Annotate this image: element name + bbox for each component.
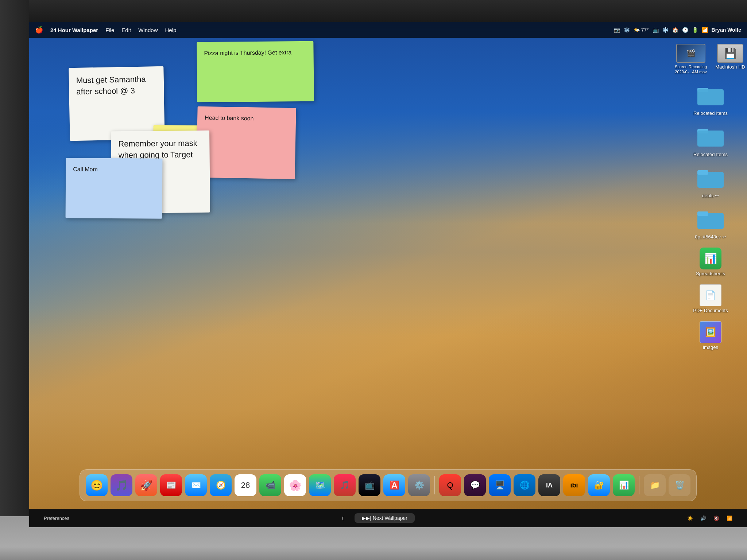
dock-container: 😊 🎵 🚀 📰 ✉️ 🧭 28 📹 🌸 bbox=[80, 469, 697, 501]
desktop-sidebar: 🎬 Screen Recording2020-0-...AM.mov 💾 Mac… bbox=[674, 38, 747, 480]
dock-slack[interactable]: 💬 bbox=[464, 474, 486, 496]
macintosh-hd-label: Macintosh HD bbox=[715, 64, 745, 70]
dock-calendar[interactable]: 28 bbox=[235, 474, 256, 496]
pdf-img: 📄 bbox=[700, 284, 721, 306]
menubar-left: 🍎 24 Hour Wallpaper File Edit Window Hel… bbox=[29, 26, 614, 34]
svg-rect-2 bbox=[697, 89, 724, 105]
screen-recording-label: Screen Recording2020-0-...AM.mov bbox=[675, 64, 707, 75]
dock-news[interactable]: 📰 bbox=[160, 474, 182, 496]
touchbar-center: ⟨ ▶▶| Next Wallpaper bbox=[342, 513, 415, 523]
dock-mail[interactable]: ✉️ bbox=[185, 474, 207, 496]
screen-recording-icon[interactable]: 🎬 Screen Recording2020-0-...AM.mov bbox=[673, 42, 709, 77]
macintosh-hd-icon[interactable]: 💾 Macintosh HD bbox=[712, 42, 747, 72]
menubar-right: 📷 ❄️ 🌤️ 77° 📺 ❄️ 🏠 🕐 🔋 📶 Bryan Wolfe bbox=[614, 27, 747, 33]
pdf-documents-icon[interactable]: 📄 PDF Documents bbox=[689, 282, 732, 315]
menu-window[interactable]: Window bbox=[138, 27, 158, 33]
weather-icon: 🌤️ 77° bbox=[634, 27, 649, 33]
svg-rect-9 bbox=[697, 211, 708, 216]
folder-svg-debts bbox=[697, 165, 724, 191]
dock-screen[interactable]: 🖥️ bbox=[489, 474, 511, 496]
dock-ia[interactable]: IA bbox=[538, 474, 560, 496]
note-text-mom: Call Mom bbox=[73, 166, 98, 172]
note-text-bank: Head to bank soon bbox=[205, 114, 254, 121]
dock-photos[interactable]: 🌸 bbox=[284, 474, 306, 496]
svg-rect-7 bbox=[697, 170, 708, 175]
relocated-items-1-icon[interactable]: Relocated Items bbox=[689, 81, 732, 118]
dock-siri[interactable]: 🎵 bbox=[111, 474, 132, 496]
touchbar-wifi-icon[interactable]: 📶 bbox=[727, 516, 732, 521]
dock-trash[interactable]: 🗑️ bbox=[669, 474, 690, 496]
username: Bryan Wolfe bbox=[712, 27, 741, 33]
desktop-area: Must get Samantha after school @ 3 Pizza… bbox=[29, 38, 747, 480]
sticky-note-bank[interactable]: Head to bank soon bbox=[196, 106, 296, 179]
wifi-icon: 📷 bbox=[614, 27, 620, 33]
note-text-mask: Remember your mask when going to Target bbox=[118, 139, 197, 160]
relocated-2-label: Relocated Items bbox=[693, 152, 728, 157]
dock-clario[interactable]: 🔐 bbox=[588, 474, 610, 496]
images-label: images bbox=[703, 345, 718, 350]
wifi2-icon: 📶 bbox=[702, 27, 708, 33]
dock: 😊 🎵 🚀 📰 ✉️ 🧭 28 📹 🌸 bbox=[29, 467, 747, 503]
touchbar-mute-icon[interactable]: 🔇 bbox=[713, 516, 719, 521]
dock-music[interactable]: 🎵 bbox=[334, 474, 356, 496]
laptop-bezel-top bbox=[0, 0, 747, 22]
debts-icon[interactable]: debts ↩ bbox=[689, 163, 732, 201]
dock-maps[interactable]: 🗺️ bbox=[309, 474, 331, 496]
touchbar: Preferences ⟨ ▶▶| Next Wallpaper ☀️ 🔊 🔇 … bbox=[29, 509, 747, 527]
dock-tv[interactable]: 📺 bbox=[359, 474, 380, 496]
touchbar-prev[interactable]: ⟨ bbox=[342, 516, 344, 521]
relocated-1-label: Relocated Items bbox=[693, 110, 728, 116]
dropbox-icon: ❄️ bbox=[662, 27, 669, 33]
folder-svg-cv bbox=[697, 206, 724, 233]
touchbar-preferences[interactable]: Preferences bbox=[44, 516, 69, 521]
dock-downloads[interactable]: 📁 bbox=[644, 474, 666, 496]
bluetooth-icon: ❄️ bbox=[624, 27, 630, 33]
dock-finder[interactable]: 😊 bbox=[86, 474, 108, 496]
images-icon[interactable]: 🖼️ images bbox=[689, 319, 732, 352]
dock-instastats[interactable]: 📊 bbox=[613, 474, 635, 496]
dock-qreeder[interactable]: Q bbox=[439, 474, 461, 496]
dock-prefs[interactable]: ⚙️ bbox=[408, 474, 430, 496]
recording-thumbnail: 🎬 bbox=[676, 44, 705, 63]
svg-rect-5 bbox=[697, 131, 724, 147]
hd-icon-img: 💾 bbox=[717, 44, 743, 63]
dock-launchpad[interactable]: 🚀 bbox=[135, 474, 157, 496]
sticky-note-mom[interactable]: Call Mom bbox=[66, 158, 163, 218]
battery-icon: 🔋 bbox=[692, 27, 698, 33]
app-name[interactable]: 24 Hour Wallpaper bbox=[50, 27, 98, 33]
spreadsheets-label: Spreadsheets bbox=[696, 271, 725, 276]
cv-icon[interactable]: 0p;:/t5643cv ↩ bbox=[689, 204, 732, 242]
dock-appstore[interactable]: 🅰️ bbox=[383, 474, 405, 496]
folder-svg-2 bbox=[697, 124, 724, 150]
menu-file[interactable]: File bbox=[105, 27, 114, 33]
touchbar-brightness-icon[interactable]: ☀️ bbox=[687, 516, 693, 521]
dock-safari[interactable]: 🧭 bbox=[210, 474, 232, 496]
sticky-note-samantha[interactable]: Must get Samantha after school @ 3 bbox=[69, 66, 165, 141]
touchbar-right: ☀️ 🔊 🔇 📶 bbox=[687, 516, 732, 521]
images-img: 🖼️ bbox=[700, 321, 721, 343]
cv-label: 0p;:/t5643cv ↩ bbox=[695, 234, 726, 240]
laptop-bezel-left bbox=[0, 0, 29, 560]
touchbar-volume-icon[interactable]: 🔊 bbox=[700, 516, 706, 521]
note-text-pizza: Pizza night is Thursday! Get extra bbox=[204, 49, 291, 56]
menu-help[interactable]: Help bbox=[165, 27, 177, 33]
dock-edge[interactable]: 🌐 bbox=[514, 474, 535, 496]
dock-separator-1 bbox=[434, 476, 435, 494]
homekit-icon: 🏠 bbox=[672, 27, 678, 33]
clock-icon: 🕐 bbox=[682, 27, 688, 33]
note-text-samantha: Must get Samantha after school @ 3 bbox=[76, 75, 146, 96]
relocated-items-2-icon[interactable]: Relocated Items bbox=[689, 122, 732, 159]
pdf-label: PDF Documents bbox=[693, 308, 728, 313]
touchbar-next-label: ▶▶| Next Wallpaper bbox=[362, 515, 407, 521]
spreadsheets-img: 📊 bbox=[700, 248, 721, 269]
dock-ibi[interactable]: ibi bbox=[563, 474, 585, 496]
screen-icon: 📺 bbox=[653, 27, 659, 33]
dock-facetime[interactable]: 📹 bbox=[259, 474, 281, 496]
sticky-note-pizza[interactable]: Pizza night is Thursday! Get extra bbox=[197, 41, 314, 102]
debts-label: debts ↩ bbox=[702, 193, 719, 198]
menu-edit[interactable]: Edit bbox=[121, 27, 131, 33]
touchbar-next-wallpaper[interactable]: ▶▶| Next Wallpaper bbox=[355, 513, 415, 523]
menubar: 🍎 24 Hour Wallpaper File Edit Window Hel… bbox=[29, 22, 747, 38]
apple-menu[interactable]: 🍎 bbox=[35, 26, 43, 34]
spreadsheets-icon[interactable]: 📊 Spreadsheets bbox=[689, 245, 732, 279]
